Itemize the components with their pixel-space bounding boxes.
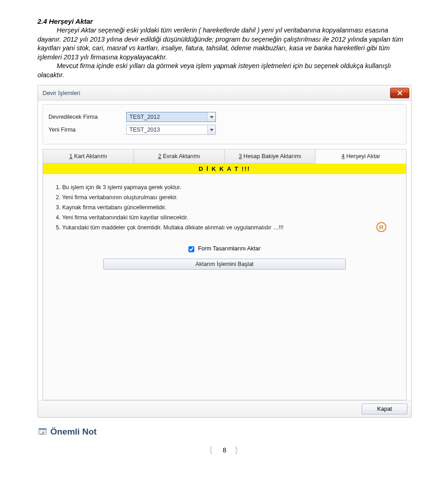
notice-item: 2. Yeni firma veritabanının oluşturulmas…	[56, 194, 399, 201]
tab-4-key: 4	[342, 153, 345, 159]
close-icon	[397, 90, 402, 95]
note-icon	[37, 427, 48, 437]
form-tasarimlarini-aktar-checkbox[interactable]	[188, 246, 194, 252]
yeni-firma-label: Yeni Firma	[48, 127, 126, 133]
tab-3-label: Hesap Bakiye Aktarımı	[242, 153, 301, 159]
devredilecek-firma-label: Devredilecek Firma	[48, 114, 126, 120]
form-panel: Devredilecek Firma Yeni Firma	[43, 104, 407, 144]
tab-2-label: Evrak Aktarımı	[161, 153, 200, 159]
window-footer: Kapat	[38, 400, 411, 417]
window-close-button[interactable]	[390, 88, 409, 98]
dropdown-arrow[interactable]	[207, 125, 215, 134]
dikkat-banner: D İ K K A T !!!	[43, 164, 406, 174]
notice-item: 1. Bu işlem için ilk 3 işlemi yapmaya ge…	[56, 184, 399, 191]
notice-item: 3. Kaynak firma veritabanı güncellenmeli…	[56, 204, 399, 211]
window-titlebar: Devir İşlemleri	[38, 85, 411, 101]
dropdown-arrow[interactable]	[207, 112, 215, 122]
registered-mark-icon: R	[376, 222, 386, 232]
kapat-button[interactable]: Kapat	[362, 403, 407, 414]
tab-evrak-aktarimi[interactable]: 2 Evrak Aktarımı	[134, 149, 225, 163]
window-title: Devir İşlemleri	[43, 90, 80, 96]
tab-hesap-bakiye-aktarimi[interactable]: 3 Hesap Bakiye Aktarımı	[225, 149, 316, 163]
yeni-firma-row: Yeni Firma	[48, 125, 401, 135]
section-title: 2.4 Herşeyi Aktar	[37, 17, 412, 25]
devir-islemleri-window: Devir İşlemleri Devredilecek Firma	[37, 85, 412, 418]
tab-3-key: 3	[239, 153, 242, 159]
tab-4-label: Herşeyi Aktar	[345, 153, 380, 159]
svg-rect-1	[39, 429, 47, 430]
devredilecek-firma-row: Devredilecek Firma	[48, 112, 401, 122]
onemli-not-label: Önemli Not	[50, 427, 96, 437]
brace-right-icon: ﹜	[228, 441, 246, 459]
form-tasarimlarini-aktar-label: Form Tasarımlarını Aktar	[198, 245, 261, 252]
devredilecek-firma-combo[interactable]	[126, 112, 216, 122]
page-number: 8	[220, 446, 229, 454]
tab-kart-aktarimi[interactable]: 1 Kart Aktarımı	[43, 149, 134, 163]
yeni-firma-combo[interactable]	[126, 125, 216, 135]
yeni-firma-input[interactable]	[126, 125, 216, 135]
tab-content: D İ K K A T !!! 1. Bu işlem için ilk 3 i…	[43, 164, 407, 400]
notice-item: 4. Yeni firma veritabanındaki tüm kayıtl…	[56, 214, 399, 221]
onemli-not-heading: Önemli Not	[37, 427, 412, 437]
page-number-wrap: ﹛ 8 ﹜	[37, 441, 412, 454]
section-paragraph-1: Herşeyi Aktar seçeneği eski yıldaki tüm …	[37, 26, 412, 62]
section-paragraph-2: Mevcut firma içinde eski yılları da görm…	[37, 62, 412, 80]
aktarim-baslat-button[interactable]: Aktarım İşlemini Başlat	[103, 259, 346, 270]
tab-herseyi-aktar[interactable]: 4 Herşeyi Aktar	[315, 149, 407, 164]
form-tasarimlarini-aktar-label-wrap[interactable]: Form Tasarımlarını Aktar	[188, 245, 260, 252]
form-tasarimlarini-aktar-row: Form Tasarımlarını Aktar	[43, 245, 406, 252]
tab-2-key: 2	[158, 153, 161, 159]
notice-list: 1. Bu işlem için ilk 3 işlemi yapmaya ge…	[43, 174, 406, 237]
chevron-down-icon	[210, 129, 214, 131]
notice-item: 5. Yukarıdaki tüm maddeler çok önemlidir…	[56, 224, 399, 231]
tabstrip: 1 Kart Aktarımı 2 Evrak Aktarımı 3 Hesap…	[43, 149, 407, 164]
devredilecek-firma-input[interactable]	[126, 112, 216, 122]
tab-1-label: Kart Aktarımı	[72, 153, 107, 159]
brace-left-icon: ﹛	[203, 441, 221, 459]
chevron-down-icon	[210, 116, 214, 118]
